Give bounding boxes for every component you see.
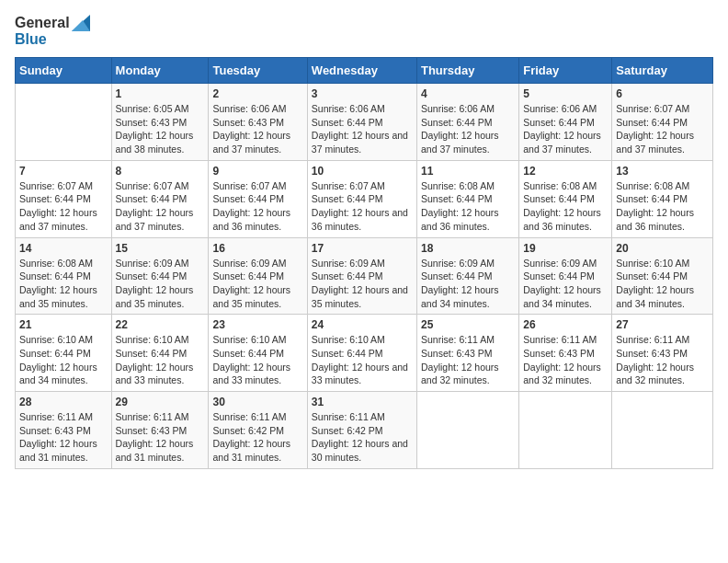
day-cell: 18 Sunrise: 6:09 AMSunset: 6:44 PMDaylig… [416, 237, 518, 315]
day-cell: 31 Sunrise: 6:11 AMSunset: 6:42 PMDaylig… [307, 392, 416, 469]
day-number: 12 [523, 165, 608, 178]
day-cell: 29 Sunrise: 6:11 AMSunset: 6:43 PMDaylig… [111, 392, 209, 469]
day-info: Sunrise: 6:07 AMSunset: 6:44 PMDaylight:… [116, 179, 205, 234]
day-cell: 26 Sunrise: 6:11 AMSunset: 6:43 PMDaylig… [519, 315, 612, 392]
logo-wing-icon [72, 15, 90, 31]
logo-mark: General Blue [15, 15, 90, 48]
day-number: 7 [19, 165, 108, 178]
day-info: Sunrise: 6:10 AMSunset: 6:44 PMDaylight:… [312, 333, 413, 387]
header-day-thursday: Thursday [416, 58, 518, 84]
day-cell [16, 84, 112, 161]
header-day-sunday: Sunday [16, 58, 112, 84]
day-number: 14 [19, 242, 108, 255]
day-cell: 23 Sunrise: 6:10 AMSunset: 6:44 PMDaylig… [209, 315, 307, 392]
day-info: Sunrise: 6:11 AMSunset: 6:43 PMDaylight:… [116, 410, 205, 465]
day-info: Sunrise: 6:11 AMSunset: 6:43 PMDaylight:… [616, 333, 709, 387]
day-cell: 6 Sunrise: 6:07 AMSunset: 6:44 PMDayligh… [612, 84, 713, 161]
day-cell: 19 Sunrise: 6:09 AMSunset: 6:44 PMDaylig… [519, 237, 612, 315]
page-header: General Blue [15, 15, 713, 48]
day-number: 1 [116, 87, 205, 100]
day-cell [519, 392, 612, 469]
day-number: 26 [523, 318, 608, 331]
week-row-3: 14 Sunrise: 6:08 AMSunset: 6:44 PMDaylig… [16, 237, 713, 315]
day-number: 4 [421, 87, 515, 100]
day-cell: 17 Sunrise: 6:09 AMSunset: 6:44 PMDaylig… [307, 237, 416, 315]
day-number: 5 [523, 87, 608, 100]
day-cell: 7 Sunrise: 6:07 AMSunset: 6:44 PMDayligh… [16, 160, 112, 237]
day-number: 30 [212, 396, 302, 408]
day-cell: 15 Sunrise: 6:09 AMSunset: 6:44 PMDaylig… [111, 237, 209, 315]
calendar-table: SundayMondayTuesdayWednesdayThursdayFrid… [15, 57, 713, 469]
day-number: 29 [116, 396, 205, 408]
logo: General Blue [15, 15, 90, 48]
day-cell: 9 Sunrise: 6:07 AMSunset: 6:44 PMDayligh… [209, 160, 307, 237]
day-cell: 25 Sunrise: 6:11 AMSunset: 6:43 PMDaylig… [416, 315, 518, 392]
day-number: 11 [421, 165, 515, 178]
day-cell: 28 Sunrise: 6:11 AMSunset: 6:43 PMDaylig… [16, 392, 112, 469]
day-cell: 16 Sunrise: 6:09 AMSunset: 6:44 PMDaylig… [209, 237, 307, 315]
day-number: 22 [116, 318, 205, 331]
day-cell: 30 Sunrise: 6:11 AMSunset: 6:42 PMDaylig… [209, 392, 307, 469]
day-number: 20 [616, 242, 709, 255]
day-info: Sunrise: 6:07 AMSunset: 6:44 PMDaylight:… [19, 179, 108, 234]
day-cell: 2 Sunrise: 6:06 AMSunset: 6:43 PMDayligh… [209, 84, 307, 161]
day-info: Sunrise: 6:09 AMSunset: 6:44 PMDaylight:… [523, 257, 608, 311]
day-cell: 4 Sunrise: 6:06 AMSunset: 6:44 PMDayligh… [416, 84, 518, 161]
day-number: 8 [116, 165, 205, 178]
day-cell: 20 Sunrise: 6:10 AMSunset: 6:44 PMDaylig… [612, 237, 713, 315]
day-cell: 1 Sunrise: 6:05 AMSunset: 6:43 PMDayligh… [111, 84, 209, 161]
day-info: Sunrise: 6:06 AMSunset: 6:44 PMDaylight:… [421, 102, 515, 156]
day-info: Sunrise: 6:10 AMSunset: 6:44 PMDaylight:… [19, 333, 108, 387]
day-cell: 10 Sunrise: 6:07 AMSunset: 6:44 PMDaylig… [307, 160, 416, 237]
header-day-tuesday: Tuesday [209, 58, 307, 84]
day-info: Sunrise: 6:08 AMSunset: 6:44 PMDaylight:… [523, 179, 608, 234]
day-number: 23 [212, 318, 302, 331]
day-cell: 3 Sunrise: 6:06 AMSunset: 6:44 PMDayligh… [307, 84, 416, 161]
header-day-friday: Friday [519, 58, 612, 84]
day-cell: 13 Sunrise: 6:08 AMSunset: 6:44 PMDaylig… [612, 160, 713, 237]
week-row-4: 21 Sunrise: 6:10 AMSunset: 6:44 PMDaylig… [16, 315, 713, 392]
day-info: Sunrise: 6:08 AMSunset: 6:44 PMDaylight:… [616, 179, 709, 234]
day-info: Sunrise: 6:06 AMSunset: 6:43 PMDaylight:… [212, 102, 302, 156]
day-cell: 14 Sunrise: 6:08 AMSunset: 6:44 PMDaylig… [16, 237, 112, 315]
week-row-5: 28 Sunrise: 6:11 AMSunset: 6:43 PMDaylig… [16, 392, 713, 469]
day-number: 9 [212, 165, 302, 178]
day-cell: 8 Sunrise: 6:07 AMSunset: 6:44 PMDayligh… [111, 160, 209, 237]
day-number: 19 [523, 242, 608, 255]
day-info: Sunrise: 6:09 AMSunset: 6:44 PMDaylight:… [312, 257, 413, 311]
header-row: SundayMondayTuesdayWednesdayThursdayFrid… [16, 58, 713, 84]
header-day-saturday: Saturday [612, 58, 713, 84]
day-info: Sunrise: 6:09 AMSunset: 6:44 PMDaylight:… [421, 257, 515, 311]
day-number: 18 [421, 242, 515, 255]
day-info: Sunrise: 6:10 AMSunset: 6:44 PMDaylight:… [212, 333, 302, 387]
day-number: 6 [616, 87, 709, 100]
day-number: 15 [116, 242, 205, 255]
day-info: Sunrise: 6:08 AMSunset: 6:44 PMDaylight:… [421, 179, 515, 234]
day-number: 21 [19, 318, 108, 331]
day-cell: 21 Sunrise: 6:10 AMSunset: 6:44 PMDaylig… [16, 315, 112, 392]
day-info: Sunrise: 6:08 AMSunset: 6:44 PMDaylight:… [19, 257, 108, 311]
day-cell: 5 Sunrise: 6:06 AMSunset: 6:44 PMDayligh… [519, 84, 612, 161]
day-cell [612, 392, 713, 469]
day-info: Sunrise: 6:06 AMSunset: 6:44 PMDaylight:… [523, 102, 608, 156]
logo-text-blue: Blue [15, 31, 47, 48]
day-number: 27 [616, 318, 709, 331]
logo-text-general: General [15, 15, 70, 31]
day-number: 10 [312, 165, 413, 178]
day-info: Sunrise: 6:11 AMSunset: 6:43 PMDaylight:… [421, 333, 515, 387]
day-cell [416, 392, 518, 469]
day-info: Sunrise: 6:07 AMSunset: 6:44 PMDaylight:… [312, 179, 413, 234]
day-cell: 24 Sunrise: 6:10 AMSunset: 6:44 PMDaylig… [307, 315, 416, 392]
day-info: Sunrise: 6:11 AMSunset: 6:42 PMDaylight:… [312, 410, 413, 465]
day-info: Sunrise: 6:10 AMSunset: 6:44 PMDaylight:… [616, 257, 709, 311]
day-info: Sunrise: 6:11 AMSunset: 6:43 PMDaylight:… [19, 410, 108, 465]
week-row-1: 1 Sunrise: 6:05 AMSunset: 6:43 PMDayligh… [16, 84, 713, 161]
day-info: Sunrise: 6:10 AMSunset: 6:44 PMDaylight:… [116, 333, 205, 387]
day-number: 2 [212, 87, 302, 100]
day-info: Sunrise: 6:11 AMSunset: 6:43 PMDaylight:… [523, 333, 608, 387]
day-number: 13 [616, 165, 709, 178]
day-info: Sunrise: 6:07 AMSunset: 6:44 PMDaylight:… [212, 179, 302, 234]
day-number: 16 [212, 242, 302, 255]
week-row-2: 7 Sunrise: 6:07 AMSunset: 6:44 PMDayligh… [16, 160, 713, 237]
day-cell: 27 Sunrise: 6:11 AMSunset: 6:43 PMDaylig… [612, 315, 713, 392]
